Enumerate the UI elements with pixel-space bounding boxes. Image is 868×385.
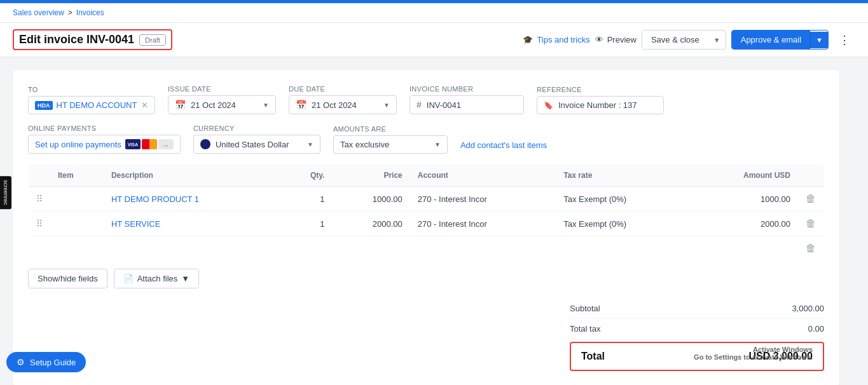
show-hide-fields-button[interactable]: Show/hide fields: [28, 269, 107, 288]
attach-files-icon: 📄: [123, 274, 134, 283]
totals-table: Subtotal 3,000.00 Total tax 0.00 Total A…: [570, 299, 824, 371]
bookmark-icon: 🔖: [544, 101, 553, 110]
header: Edit invoice INV-0041 Draft 🎓 Tips and t…: [0, 23, 868, 57]
account-cell-1[interactable]: 270 - Interest Incor: [410, 187, 556, 212]
description-cell-1[interactable]: HT DEMO PRODUCT 1: [104, 187, 282, 212]
show-hide-label: Show/hide fields: [38, 274, 98, 283]
to-name: HT DEMO ACCOUNT: [57, 100, 137, 110]
item-name-1[interactable]: HT DEMO PRODUCT 1: [111, 194, 199, 204]
more-options-button[interactable]: ⋮: [834, 30, 855, 50]
delete-cell-empty: 🗑: [798, 236, 824, 261]
to-clear-button[interactable]: ✕: [141, 100, 148, 110]
reference-group: Reference 🔖 Invoice Number : 137: [537, 86, 664, 114]
price-cell-2[interactable]: 2000.00: [332, 212, 410, 236]
approve-email-button[interactable]: Approve & email: [732, 30, 810, 49]
due-date-label: Due date: [289, 85, 397, 93]
amounts-select[interactable]: Tax exclusive ▼: [333, 135, 448, 154]
tax-rate-cell-1[interactable]: Tax Exempt (0%): [556, 187, 691, 212]
amount-cell-empty: [691, 236, 798, 261]
setup-guide-icon: ⚙: [17, 357, 25, 367]
tax-rate-cell-2[interactable]: Tax Exempt (0%): [556, 212, 691, 236]
approve-email-arrow[interactable]: ▼: [810, 32, 828, 48]
attach-files-label: Attach files: [137, 274, 178, 283]
issue-date-group: Issue date 📅 21 Oct 2024 ▼: [168, 85, 276, 114]
header-right: 🎓 Tips and tricks 👁 Preview Save & close…: [523, 30, 855, 50]
tips-tricks-button[interactable]: 🎓 Tips and tricks: [523, 35, 589, 44]
delete-row-1-button[interactable]: 🗑: [806, 193, 816, 205]
breadcrumb-sales-overview[interactable]: Sales overview: [13, 8, 64, 17]
setup-payments-button[interactable]: Set up online payments VISA ...: [28, 135, 181, 154]
item-name-2[interactable]: HT SERVICE: [111, 219, 161, 229]
amounts-arrow: ▼: [434, 141, 441, 148]
price-cell-1[interactable]: 1000.00: [332, 187, 410, 212]
amount-cell-2: 2000.00: [691, 212, 798, 236]
amount-usd-col-header: Amount USD: [691, 165, 798, 187]
currency-arrow: ▼: [307, 141, 313, 148]
qty-cell-1[interactable]: 1: [281, 187, 332, 212]
setup-guide-button[interactable]: ⚙ Setup Guide: [6, 352, 86, 372]
invoice-number-label: Invoice number: [410, 85, 524, 93]
setup-payments-text: Set up online payments: [35, 140, 121, 149]
drag-handle-2[interactable]: ⠿: [36, 219, 43, 229]
form-card: To HDA HT DEMO ACCOUNT ✕ Issue date 📅 21…: [13, 70, 839, 385]
issue-date-label: Issue date: [168, 85, 276, 93]
price-col-header: Price: [332, 165, 410, 187]
visa-icon: VISA: [125, 139, 141, 149]
add-last-items-button[interactable]: Add contact's last items: [460, 137, 547, 154]
price-cell-empty[interactable]: [332, 236, 410, 261]
main-content: To HDA HT DEMO ACCOUNT ✕ Issue date 📅 21…: [0, 57, 852, 385]
save-close-button[interactable]: Save & close: [642, 30, 708, 49]
online-payments-group: Online payments Set up online payments V…: [28, 125, 181, 154]
invoice-number-input[interactable]: # INV-0041: [410, 95, 524, 114]
save-close-split: Save & close ▼: [642, 30, 726, 50]
hash-icon: #: [417, 100, 422, 110]
to-input[interactable]: HDA HT DEMO ACCOUNT ✕: [28, 96, 155, 114]
delete-cell-2: 🗑: [798, 212, 824, 236]
issue-date-arrow: ▼: [263, 102, 269, 109]
table-header-row: Item Description Qty. Price Account Tax …: [29, 165, 824, 187]
description-col-header: Description: [104, 165, 282, 187]
calendar-icon-due: 📅: [296, 100, 307, 110]
save-close-arrow[interactable]: ▼: [708, 32, 726, 48]
due-date-group: Due date 📅 21 Oct 2024 ▼: [289, 85, 397, 114]
account-cell-2[interactable]: 270 - Interest Incor: [410, 212, 556, 236]
description-cell-2[interactable]: HT SERVICE: [104, 212, 282, 236]
approve-email-split: Approve & email ▼: [731, 30, 829, 50]
to-label: To: [28, 86, 155, 93]
description-cell-empty[interactable]: [104, 236, 282, 261]
item-cell-empty[interactable]: [50, 236, 104, 261]
table-row: ⠿ HT DEMO PRODUCT 1 1 1000.00 270 - Inte…: [29, 187, 824, 212]
preview-button[interactable]: 👁 Preview: [595, 35, 637, 44]
reference-input[interactable]: 🔖 Invoice Number : 137: [537, 96, 664, 114]
drag-handle-1[interactable]: ⠿: [36, 194, 43, 204]
amounts-group: Amounts are Tax exclusive ▼: [333, 125, 448, 154]
delete-row-2-button[interactable]: 🗑: [806, 218, 816, 229]
item-cell-2[interactable]: [50, 212, 104, 236]
qty-cell-2[interactable]: 1: [281, 212, 332, 236]
total-tax-label: Total tax: [570, 324, 600, 334]
tax-rate-cell-empty[interactable]: [556, 236, 691, 261]
currency-select[interactable]: United States Dollar ▼: [193, 135, 320, 154]
subtotal-row: Subtotal 3,000.00: [570, 299, 824, 319]
due-date-input[interactable]: 📅 21 Oct 2024 ▼: [289, 95, 397, 114]
total-tax-row: Total tax 0.00: [570, 319, 824, 339]
total-tax-value: 0.00: [808, 324, 824, 334]
total-row: Total Activate Windows Go to Settings to…: [570, 342, 824, 371]
amounts-label: Amounts are: [333, 125, 448, 133]
delete-row-empty-button[interactable]: 🗑: [806, 243, 816, 254]
attach-files-button[interactable]: 📄 Attach files ▼: [114, 269, 199, 288]
subtotal-value: 3,000.00: [792, 304, 824, 313]
currency-group: Currency United States Dollar ▼: [193, 125, 320, 154]
breadcrumb-separator: >: [68, 8, 72, 17]
calendar-icon-issue: 📅: [175, 100, 186, 110]
table-row-empty: 🗑: [29, 236, 824, 261]
issue-date-input[interactable]: 📅 21 Oct 2024 ▼: [168, 95, 276, 114]
tips-tricks-label: Tips and tricks: [537, 35, 589, 44]
qty-cell-empty[interactable]: [281, 236, 332, 261]
amounts-text: Tax exclusive: [340, 140, 429, 149]
breadcrumb-invoices[interactable]: Invoices: [76, 8, 104, 17]
account-cell-empty[interactable]: [410, 236, 556, 261]
item-cell-1[interactable]: [50, 187, 104, 212]
graduation-icon: 🎓: [523, 35, 533, 44]
setup-guide-label: Setup Guide: [30, 358, 76, 367]
